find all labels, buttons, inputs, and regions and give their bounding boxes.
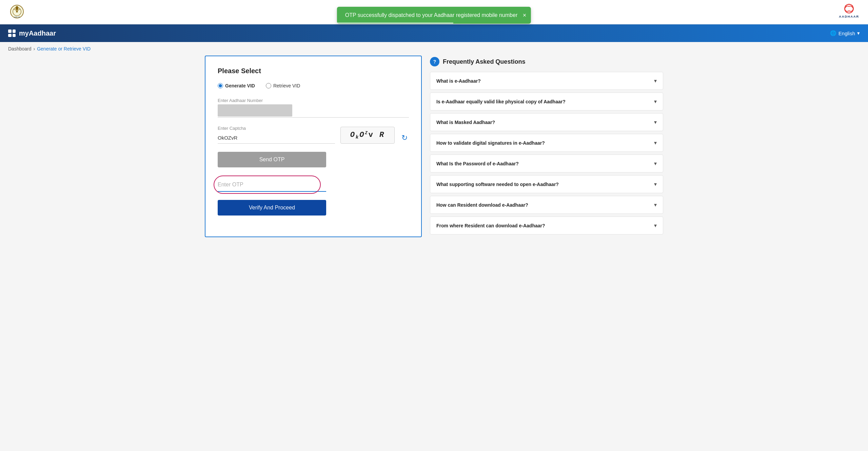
- svg-point-2: [16, 6, 19, 10]
- faq-item[interactable]: How to validate digital signatures in e-…: [430, 134, 663, 152]
- svg-point-7: [845, 4, 853, 13]
- aadhaar-symbol: AADHAAR: [838, 1, 860, 23]
- captcha-refresh-button[interactable]: ↻: [400, 132, 409, 144]
- radio-generate-input[interactable]: [218, 83, 223, 88]
- radio-retrieve-vid[interactable]: Retrieve VID: [266, 83, 300, 88]
- logo-left: सत्यमेव जयते: [8, 3, 26, 21]
- faq-item[interactable]: Is e-Aadhaar equally valid like physical…: [430, 93, 663, 110]
- faq-chevron-icon: ▾: [654, 140, 657, 146]
- faq-question: From where Resident can download e-Aadha…: [436, 223, 654, 228]
- svg-point-3: [16, 11, 18, 12]
- captcha-text: OkOZv R: [350, 131, 385, 139]
- faq-icon: ?: [430, 57, 439, 66]
- breadcrumb-separator: ›: [34, 46, 35, 52]
- brand-grid-icon: [8, 29, 16, 37]
- otp-input-wrapper: [218, 178, 409, 192]
- form-title: Please Select: [218, 67, 409, 75]
- faq-item[interactable]: How can Resident download e-Aadhaar? ▾: [430, 196, 663, 214]
- language-selector[interactable]: 🌐 English ▾: [830, 30, 860, 36]
- radio-retrieve-input[interactable]: [266, 83, 271, 88]
- language-label: English: [839, 30, 855, 36]
- radio-generate-label: Generate VID: [225, 83, 255, 88]
- radio-generate-vid[interactable]: Generate VID: [218, 83, 255, 88]
- faq-question: What is e-Aadhaar?: [436, 78, 654, 84]
- vid-type-radio-group: Generate VID Retrieve VID: [218, 83, 409, 88]
- language-chevron-icon: ▾: [857, 30, 860, 36]
- faq-question: What supporting software needed to open …: [436, 182, 654, 187]
- svg-text:सत्यमेव जयते: सत्यमेव जयते: [14, 16, 20, 18]
- captcha-row: Enter Captcha OkOZv R ↻: [218, 126, 409, 144]
- faq-chevron-icon: ▾: [654, 181, 657, 187]
- faq-item[interactable]: From where Resident can download e-Aadha…: [430, 217, 663, 234]
- send-otp-button[interactable]: Send OTP: [218, 152, 326, 167]
- language-globe-icon: 🌐: [830, 30, 836, 36]
- breadcrumb-home[interactable]: Dashboard: [8, 46, 32, 52]
- faq-question: Is e-Aadhaar equally valid like physical…: [436, 99, 654, 104]
- nav-brand: myAadhaar: [8, 29, 56, 37]
- faq-item[interactable]: What Is the Password of e-Aadhaar? ▾: [430, 155, 663, 172]
- faq-chevron-icon: ▾: [654, 202, 657, 208]
- brand-name: myAadhaar: [19, 29, 56, 37]
- nav-bar: myAadhaar 🌐 English ▾: [0, 24, 868, 42]
- captcha-image-box: OkOZv R: [340, 127, 395, 144]
- aadhaar-label: Enter Aadhaar Number: [218, 98, 409, 103]
- aadhaar-filled-value: [218, 104, 292, 117]
- faq-chevron-icon: ▾: [654, 119, 657, 125]
- toast-notification: OTP successfully dispatched to your Aadh…: [337, 7, 531, 24]
- breadcrumb-current: Generate or Retrieve VID: [37, 46, 91, 52]
- faq-list: What is e-Aadhaar? ▾ Is e-Aadhaar equall…: [430, 72, 663, 234]
- otp-input[interactable]: [218, 178, 326, 192]
- india-emblem: सत्यमेव जयते: [8, 3, 26, 21]
- toast-message: OTP successfully dispatched to your Aadh…: [345, 12, 517, 18]
- faq-question: What Is the Password of e-Aadhaar?: [436, 161, 654, 166]
- faq-item[interactable]: What is Masked Aadhaar? ▾: [430, 113, 663, 131]
- aadhaar-field-group: Enter Aadhaar Number: [218, 98, 409, 118]
- form-panel: Please Select Generate VID Retrieve VID …: [205, 56, 422, 237]
- captcha-input-wrapper: Enter Captcha: [218, 126, 335, 144]
- aadhaar-logo: AADHAAR: [838, 1, 860, 23]
- faq-chevron-icon: ▾: [654, 160, 657, 167]
- toast-close-button[interactable]: ×: [523, 12, 527, 18]
- faq-question: How can Resident download e-Aadhaar?: [436, 202, 654, 208]
- faq-panel: ? Frequently Asked Questions What is e-A…: [430, 56, 663, 237]
- faq-chevron-icon: ▾: [654, 222, 657, 229]
- main-layout: Please Select Generate VID Retrieve VID …: [197, 56, 671, 245]
- faq-title: Frequently Asked Questions: [443, 58, 525, 65]
- faq-item[interactable]: What supporting software needed to open …: [430, 175, 663, 193]
- toast-progress-bar: [337, 22, 453, 24]
- faq-chevron-icon: ▾: [654, 78, 657, 84]
- faq-item[interactable]: What is e-Aadhaar? ▾: [430, 72, 663, 90]
- captcha-input[interactable]: [218, 132, 335, 144]
- faq-question: How to validate digital signatures in e-…: [436, 140, 654, 146]
- captcha-label: Enter Captcha: [218, 126, 335, 131]
- faq-chevron-icon: ▾: [654, 98, 657, 105]
- breadcrumb: Dashboard › Generate or Retrieve VID: [0, 42, 868, 56]
- faq-question: What is Masked Aadhaar?: [436, 120, 654, 125]
- verify-button[interactable]: Verify And Proceed: [218, 200, 326, 216]
- faq-header: ? Frequently Asked Questions: [430, 57, 663, 66]
- radio-retrieve-label: Retrieve VID: [273, 83, 300, 88]
- svg-text:AADHAAR: AADHAAR: [839, 15, 859, 18]
